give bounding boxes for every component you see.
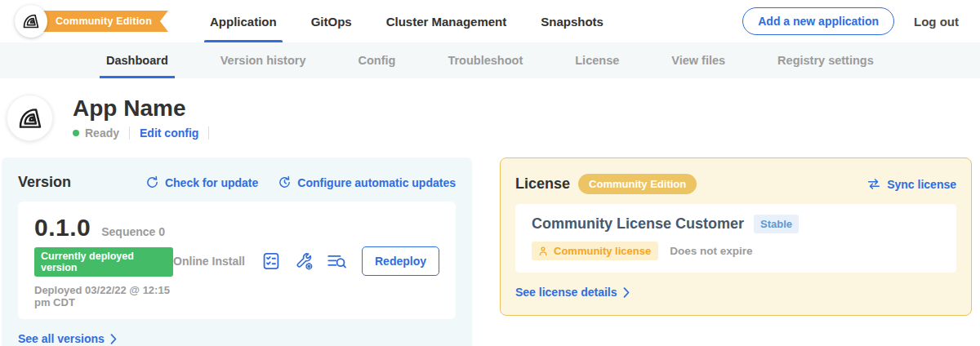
see-all-versions-link[interactable]: See all versions (18, 332, 117, 345)
license-title-wrap: License Community Edition (515, 174, 697, 194)
sequence-label: Sequence 0 (101, 225, 165, 238)
divider (129, 126, 130, 140)
replicated-logo[interactable] (15, 5, 47, 38)
app-logo (7, 95, 53, 141)
config-wrench-icon[interactable] (294, 251, 314, 271)
channel-badge: Stable (754, 215, 799, 233)
top-navbar: Community Edition Application GitOps Clu… (0, 0, 980, 42)
navbar-right: Add a new application Log out (742, 0, 959, 42)
chevron-right-icon (110, 334, 117, 344)
chevron-right-icon (623, 287, 630, 298)
app-header: App Name Ready Edit config (0, 78, 980, 141)
nav-item-snapshots[interactable]: Snapshots (538, 0, 606, 42)
license-card-title: License (515, 175, 570, 193)
tab-dashboard[interactable]: Dashboard (106, 42, 168, 78)
app-header-text: App Name Ready Edit config (73, 96, 219, 140)
configure-automatic-updates-link[interactable]: Configure automatic updates (278, 175, 456, 189)
preflight-checks-icon[interactable] (261, 251, 281, 271)
deployed-timestamp: Deployed 03/22/22 @ 12:15 pm CDT (34, 284, 173, 308)
replicated-mark-icon (21, 11, 41, 31)
version-card-header: Version Check for update Configure au (18, 174, 456, 191)
view-logs-icon[interactable] (327, 252, 347, 271)
version-number: 0.1.0 (34, 214, 91, 242)
logout-button[interactable]: Log out (914, 15, 959, 29)
clock-refresh-icon (278, 175, 292, 189)
person-icon (537, 246, 549, 257)
tab-license[interactable]: License (575, 42, 619, 78)
current-version-panel: 0.1.0 Sequence 0 Currently deployed vers… (18, 202, 456, 319)
version-info: 0.1.0 Sequence 0 Currently deployed vers… (34, 214, 173, 308)
divider (208, 126, 209, 140)
redeploy-button[interactable]: Redeploy (362, 246, 439, 276)
app-status-row: Ready Edit config (73, 126, 219, 140)
license-card-footer: See license details (515, 285, 956, 299)
replicated-mark-icon (16, 104, 44, 132)
version-action-icons (261, 251, 347, 271)
license-type-row: Community license Does not expire (532, 242, 940, 260)
version-number-row: 0.1.0 Sequence 0 (34, 214, 173, 242)
deployed-status-badge: Currently deployed version (34, 247, 173, 277)
primary-nav: Application GitOps Cluster Management Sn… (207, 0, 606, 42)
install-type-label: Online Install (173, 255, 245, 268)
customer-name: Community License Customer (532, 215, 744, 233)
dashboard: Version Check for update Configure au (0, 141, 980, 346)
add-application-button[interactable]: Add a new application (742, 7, 894, 35)
sync-arrows-icon (866, 178, 881, 190)
customer-row: Community License Customer Stable (532, 215, 940, 233)
version-card-title: Version (18, 174, 71, 191)
check-for-update-link[interactable]: Check for update (145, 175, 258, 189)
brand: Community Edition (15, 5, 175, 38)
edit-config-link[interactable]: Edit config (140, 126, 198, 140)
nav-item-application[interactable]: Application (207, 0, 279, 42)
license-details-panel: Community License Customer Stable Commun… (515, 204, 956, 273)
expiry-label: Does not expire (670, 245, 752, 257)
nav-item-cluster-management[interactable]: Cluster Management (384, 0, 510, 42)
tab-registry-settings[interactable]: Registry settings (777, 42, 874, 78)
status-label: Ready (85, 126, 119, 140)
tab-view-files[interactable]: View files (671, 42, 725, 78)
edition-ribbon: Community Edition (26, 11, 168, 32)
tab-version-history[interactable]: Version history (220, 42, 306, 78)
refresh-icon (145, 175, 159, 189)
version-card-footer: See all versions (18, 331, 456, 346)
license-type-badge: Community license (532, 242, 658, 260)
license-card-header: License Community Edition Sync license (515, 174, 956, 194)
tab-troubleshoot[interactable]: Troubleshoot (448, 42, 523, 78)
app-subnav: Dashboard Version history Config Trouble… (0, 42, 980, 78)
nav-item-gitops[interactable]: GitOps (309, 0, 354, 42)
version-card: Version Check for update Configure au (2, 157, 472, 346)
version-card-actions: Check for update Configure automatic upd… (145, 175, 456, 189)
page-title: App Name (73, 96, 219, 122)
sync-license-link[interactable]: Sync license (866, 178, 956, 191)
edition-badge: Community Edition (578, 174, 697, 194)
license-card: License Community Edition Sync license C… (500, 157, 972, 316)
see-license-details-link[interactable]: See license details (515, 286, 630, 299)
tab-config[interactable]: Config (359, 42, 396, 78)
status-dot-ready (73, 130, 79, 136)
